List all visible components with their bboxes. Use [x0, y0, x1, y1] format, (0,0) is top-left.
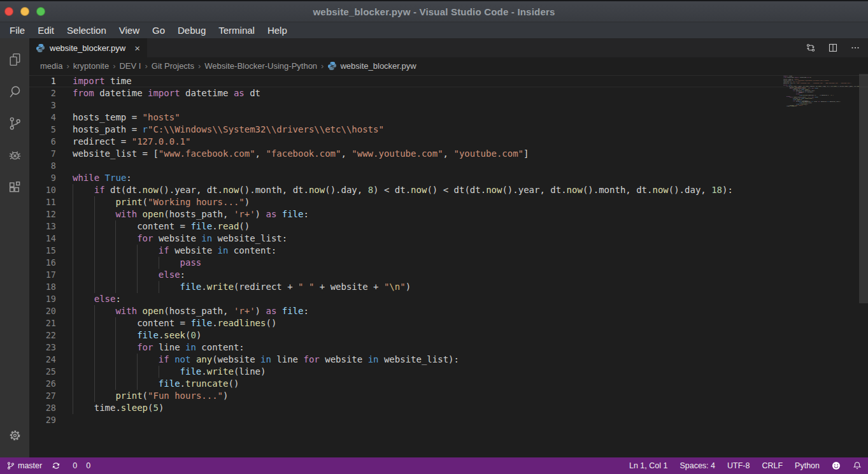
code-line: 11 print("Working hours...") — [29, 196, 868, 208]
menu-bar: File Edit Selection View Go Debug Termin… — [0, 22, 868, 38]
menu-item-help[interactable]: Help — [261, 22, 294, 38]
tab-close-icon[interactable]: × — [134, 43, 140, 53]
sync-button[interactable] — [52, 461, 60, 470]
code-line: 19 else: — [29, 293, 868, 305]
activity-item-source-control[interactable] — [0, 108, 29, 140]
activity-item-explorer[interactable] — [0, 45, 29, 76]
code-line: 27 print("Fun hours...") — [29, 390, 868, 402]
editor-actions — [806, 38, 860, 57]
menu-item-file[interactable]: File — [3, 22, 31, 38]
bell-icon — [853, 461, 862, 470]
breadcrumb-item-dev[interactable]: DEV I — [119, 61, 141, 71]
activity-item-extensions[interactable] — [0, 172, 29, 204]
code-line: 23 for line in content: — [29, 341, 868, 354]
code-line: 8 — [29, 160, 868, 172]
code-line: 2from datetime import datetime as dt — [29, 87, 868, 99]
warning-count: 0 — [86, 461, 90, 470]
settings-button[interactable] — [0, 420, 29, 452]
window-title: website_blocker.pyw - Visual Studio Code… — [0, 6, 868, 17]
title-bar: website_blocker.pyw - Visual Studio Code… — [0, 0, 868, 22]
breadcrumb-separator: › — [145, 61, 147, 71]
feedback-button[interactable] — [832, 461, 841, 470]
status-bar: master 0 0 — [0, 457, 868, 474]
language-mode-button[interactable]: Python — [795, 461, 820, 470]
code-line: 6redirect = "127.0.0.1" — [29, 136, 868, 148]
tab-bar: website_blocker.pyw × — [29, 38, 868, 57]
vertical-scrollbar[interactable] — [859, 74, 868, 303]
code-line: 25 file.write(line) — [29, 366, 868, 378]
breadcrumb-item-project[interactable]: Website-Blocker-Using-Python — [204, 61, 317, 71]
breadcrumb-separator: › — [321, 61, 324, 71]
code-line: 28 time.sleep(5) — [29, 402, 868, 414]
code-line: 18 file.write(redirect + " " + website +… — [29, 281, 868, 293]
python-file-icon — [36, 43, 45, 53]
tab-website-blocker[interactable]: website_blocker.pyw × — [29, 38, 147, 57]
code-line: 1import time — [29, 75, 868, 87]
activity-item-debug[interactable] — [0, 140, 29, 172]
breadcrumb-item-git-projects[interactable]: Git Projects — [152, 61, 194, 71]
code-line: 17 else: — [29, 269, 868, 281]
code-line: 13 content = file.read() — [29, 220, 868, 233]
vscode-window: website_blocker.pyw - Visual Studio Code… — [0, 0, 868, 474]
problems-button[interactable]: 0 0 — [70, 461, 90, 470]
code-line: 26 file.truncate() — [29, 378, 868, 390]
code-line: 9while True: — [29, 172, 868, 184]
search-icon — [7, 83, 23, 102]
activity-item-search[interactable] — [0, 76, 29, 108]
code-line: 29 — [29, 414, 868, 426]
explorer-icon — [7, 52, 23, 70]
tab-label: website_blocker.pyw — [50, 43, 125, 53]
code-line: 3 — [29, 99, 868, 111]
activity-bar — [0, 38, 29, 457]
code-line: 24 if not any(website in line for websit… — [29, 354, 868, 366]
split-editor-button[interactable] — [828, 43, 838, 53]
code-lines: 1import time2from datetime import dateti… — [29, 74, 868, 426]
more-actions-button[interactable] — [850, 43, 860, 53]
source-control-icon — [7, 115, 23, 134]
code-line: 16 pass — [29, 257, 868, 269]
code-line: 14 for website in website_list: — [29, 233, 868, 245]
git-branch-icon — [6, 461, 15, 470]
menu-item-selection[interactable]: Selection — [60, 22, 113, 38]
code-line: 10 if dt(dt.now().year, dt.now().month, … — [29, 184, 868, 196]
menu-item-debug[interactable]: Debug — [171, 22, 212, 38]
breadcrumb-item-kryptonite[interactable]: kryptonite — [73, 61, 109, 71]
menu-item-view[interactable]: View — [113, 22, 146, 38]
breadcrumb-item-media[interactable]: media — [40, 61, 62, 71]
git-branch-button[interactable]: master — [6, 461, 42, 470]
breadcrumb-file-label: website_blocker.pyw — [340, 61, 416, 71]
encoding-button[interactable]: UTF-8 — [727, 461, 750, 470]
open-changes-button[interactable] — [806, 43, 816, 53]
notifications-button[interactable] — [853, 461, 862, 470]
breadcrumb-item-file[interactable]: website_blocker.pyw — [327, 61, 416, 71]
gear-icon — [7, 427, 23, 446]
error-count: 0 — [73, 461, 77, 470]
debug-icon — [7, 147, 23, 166]
code-editor[interactable]: 1import time2from datetime import dateti… — [29, 74, 868, 457]
breadcrumb-separator: › — [198, 61, 201, 71]
sync-icon — [52, 461, 60, 470]
git-branch-label: master — [18, 461, 42, 470]
code-line: 4hosts_temp = "hosts" — [29, 111, 868, 124]
breadcrumb: media › kryptonite › DEV I › Git Project… — [29, 57, 868, 74]
code-line: 20 with open(hosts_path, 'r+') as file: — [29, 305, 868, 317]
breadcrumb-separator: › — [113, 61, 115, 71]
menu-item-terminal[interactable]: Terminal — [212, 22, 261, 38]
smiley-icon — [832, 461, 841, 470]
code-line: 21 content = file.readlines() — [29, 317, 868, 329]
code-line: 15 if website in content: — [29, 245, 868, 257]
code-line: 7website_list = ["www.facebook.com", "fa… — [29, 148, 868, 160]
code-line: 22 file.seek(0) — [29, 329, 868, 341]
menu-item-go[interactable]: Go — [146, 22, 171, 38]
cursor-position-button[interactable]: Ln 1, Col 1 — [629, 461, 667, 470]
code-line: 5hosts_path = r"C:\\Windows\\System32\\d… — [29, 124, 868, 136]
code-line: 12 with open(hosts_path, 'r+') as file: — [29, 208, 868, 220]
menu-item-edit[interactable]: Edit — [31, 22, 60, 38]
python-file-icon — [327, 61, 337, 71]
indentation-button[interactable]: Spaces: 4 — [679, 461, 715, 470]
breadcrumb-separator: › — [66, 61, 69, 71]
extensions-icon — [7, 179, 23, 198]
eol-button[interactable]: CRLF — [762, 461, 783, 470]
